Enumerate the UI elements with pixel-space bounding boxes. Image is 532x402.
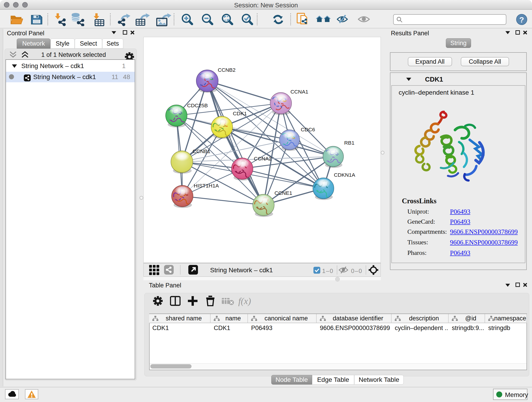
svg-text:CCNA2: CCNA2 <box>254 156 272 162</box>
svg-text:CDK1: CDK1 <box>233 110 247 116</box>
svg-text:CDC6: CDC6 <box>301 127 315 133</box>
svg-text:HIST1H1A: HIST1H1A <box>194 183 219 189</box>
svg-text:CDKN1A: CDKN1A <box>334 172 355 178</box>
svg-text:CCNB1: CCNB1 <box>193 148 210 154</box>
svg-text:CCNE1: CCNE1 <box>274 190 292 196</box>
svg-text:CCNA1: CCNA1 <box>291 89 308 95</box>
svg-text:CCNB2: CCNB2 <box>218 67 235 73</box>
svg-text:CDC25B: CDC25B <box>187 102 208 108</box>
svg-text:RB1: RB1 <box>344 140 355 146</box>
